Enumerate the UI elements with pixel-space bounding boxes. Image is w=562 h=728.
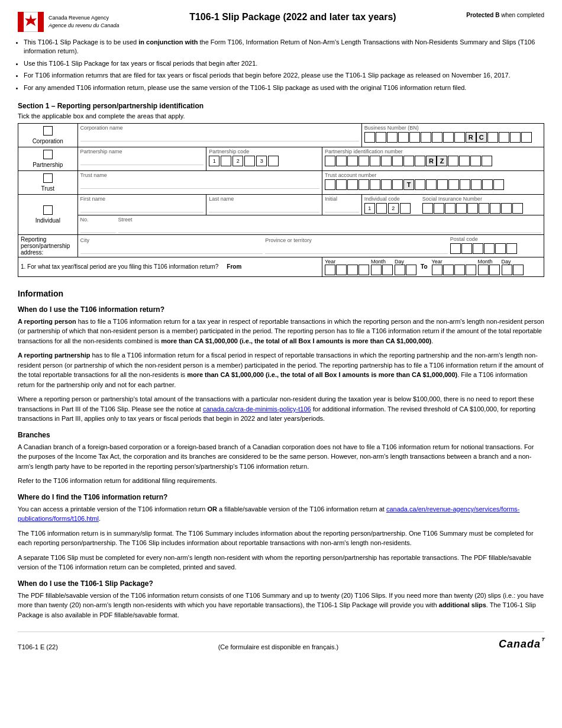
partnership-label: Partnership — [33, 162, 63, 168]
find-t106-para1: You can access a printable version of th… — [18, 504, 544, 524]
trust-account-label: Trust account number — [325, 172, 541, 178]
address-city-row: Reportingperson/partnershipaddress: City… — [18, 234, 544, 257]
protected-label: Protected B when completed — [466, 12, 544, 18]
rc-box: RC — [466, 132, 487, 143]
when-t106-heading: When do I use the T106 information retur… — [18, 305, 544, 314]
individual-row: Individual First name Last name Initial … — [18, 194, 544, 215]
deminimis-link[interactable]: canada.ca/cra-de-minimis-policy-t106 — [203, 405, 311, 413]
when-t106-para2: A reporting partnership has to file a T1… — [18, 350, 544, 389]
when-t1061-para1: The PDF fillable/savable version of the … — [18, 591, 544, 620]
from-day-label: Day — [395, 259, 416, 265]
trust-name-label: Trust name — [80, 172, 320, 178]
find-t106-para2: The T106 information return is in summar… — [18, 529, 544, 548]
individual-checkbox[interactable] — [43, 205, 53, 215]
intro-bullets: This T106-1 Slip Package is to be used i… — [18, 38, 544, 92]
section1-title: Section 1 – Reporting person/partnership… — [18, 102, 544, 110]
first-name-label: First name — [80, 196, 204, 202]
partnership-suffix-boxes — [448, 156, 492, 166]
address-street-row: No. Street — [18, 215, 544, 234]
page-footer: T106-1 E (22) (Ce formulaire est disponi… — [18, 632, 544, 650]
last-name-label: Last name — [209, 196, 319, 202]
no-label: No. — [80, 217, 116, 223]
t-letter: T — [403, 179, 414, 190]
to-label: To — [421, 263, 427, 270]
svg-rect-1 — [18, 12, 24, 32]
trust-label: Trust — [41, 185, 54, 192]
address-label: Reportingperson/partnershipaddress: — [21, 236, 70, 256]
svg-rect-2 — [38, 12, 44, 32]
street-label: Street — [118, 217, 541, 223]
postal-label: Postal code — [450, 236, 541, 242]
city-label: City — [80, 237, 263, 243]
form-code: T106-1 E (22) — [18, 643, 58, 650]
partnership-row: Partnership Partnership name Partnership… — [18, 147, 544, 170]
t106-url-link[interactable]: canada.ca/en/revenue-agency/services/for… — [18, 505, 520, 523]
canada-wordmark: Canadaᵀ — [499, 637, 544, 650]
corporation-checkbox[interactable] — [43, 126, 53, 136]
corporation-row: Corporation Corporation name Business Nu… — [18, 123, 544, 147]
rz-box: RZ — [426, 156, 447, 166]
bn-boxes — [364, 132, 465, 143]
initial-label: Initial — [325, 196, 359, 202]
when-t106-para3: Where a reporting person or partnership'… — [18, 394, 544, 424]
identification-table: Corporation Corporation name Business Nu… — [18, 123, 544, 277]
to-year-label: Year — [432, 259, 476, 265]
bullet-1: This T106-1 Slip Package is to be used i… — [24, 38, 544, 56]
question1-row: 1. For what tax year/fiscal period are y… — [18, 257, 544, 276]
from-year-label: Year — [325, 259, 369, 265]
find-t106-heading: Where do I find the T106 information ret… — [18, 493, 544, 501]
partnership-id-boxes — [325, 156, 425, 166]
logo-area: Canada Revenue Agency Agence du revenu d… — [18, 12, 119, 32]
branches-para2: Refer to the T106 information return for… — [18, 476, 544, 486]
partnership-name-label: Partnership name — [80, 149, 204, 154]
when-t1061-heading: When do I use the T106-1 Slip Package? — [18, 579, 544, 588]
from-month-label: Month — [371, 259, 393, 265]
sin-label: Social Insurance Number — [422, 196, 523, 202]
province-label: Province or territory — [265, 237, 448, 243]
bullet-4: For any amended T106 information return,… — [24, 83, 544, 92]
find-t106-para3: A separate T106 Slip must be completed f… — [18, 553, 544, 572]
page-header: Canada Revenue Agency Agence du revenu d… — [18, 12, 544, 32]
section1-subtitle: Tick the applicable box and complete the… — [18, 112, 544, 120]
question1-text: 1. For what tax year/fiscal period are y… — [21, 263, 218, 270]
page-title: T106-1 Slip Package (2022 and later tax … — [119, 12, 467, 22]
partnership-code-label: Partnership code — [209, 149, 319, 154]
bullet-3: For T106 information returnrs that are f… — [24, 71, 544, 80]
sin-boxes — [422, 203, 523, 214]
canada-flag-icon — [18, 12, 44, 32]
trust-checkbox[interactable] — [43, 173, 53, 183]
to-month-label: Month — [478, 259, 500, 265]
from-label: From — [227, 263, 241, 270]
partnership-checkbox[interactable] — [43, 150, 53, 159]
french-notice: (Ce formulaire est disponible en françai… — [218, 643, 339, 650]
bn-label: Business Number (BN) — [364, 125, 541, 131]
when-t106-para1: A reporting person has to file a T106 in… — [18, 317, 544, 346]
partnership-id-label: Partnership identification number — [325, 149, 541, 154]
bn-suffix-boxes — [487, 132, 532, 143]
trust-row: Trust Trust name Trust account number T — [18, 170, 544, 194]
branches-heading: Branches — [18, 431, 544, 439]
corporation-name-label: Corporation name — [80, 125, 359, 131]
corporation-label: Corporation — [33, 138, 63, 144]
trust-suffix-boxes — [415, 179, 504, 190]
bullet-2: Use this T106-1 Slip Package for tax yea… — [24, 59, 544, 68]
to-day-label: Day — [502, 259, 524, 265]
information-section: Information When do I use the T106 infor… — [18, 289, 544, 620]
trust-account-boxes — [325, 179, 403, 190]
information-heading: Information — [18, 289, 544, 298]
branches-para1: A Canadian branch of a foreign-based cor… — [18, 442, 544, 472]
agency-name: Canada Revenue Agency Agence du revenu d… — [49, 14, 119, 29]
individual-label: Individual — [35, 217, 60, 224]
individual-code-label: Individual code — [364, 196, 411, 202]
